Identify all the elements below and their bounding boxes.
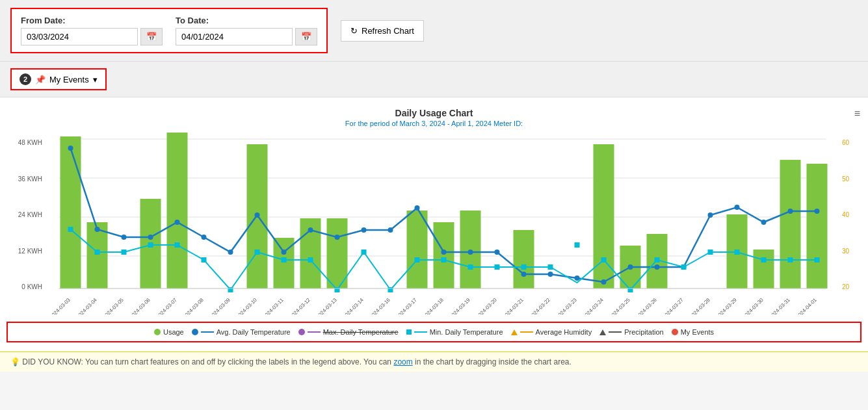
legend-my-events-label: My Events [681, 328, 714, 336]
calendar-icon: 📅 [146, 32, 157, 42]
legend-max-temp-dot [298, 329, 305, 335]
svg-text:2024-03-23: 2024-03-23 [555, 297, 579, 314]
events-badge: 2 [20, 73, 31, 85]
avg-temp-dot-6 [228, 250, 233, 255]
avg-temp-dot-24 [708, 212, 713, 218]
min-temp-sq-22 [655, 257, 660, 263]
y-axis-right: 20 30 40 50 60 [842, 139, 861, 290]
min-temp-sq-8 [282, 257, 287, 263]
min-temp-sq-28 [815, 257, 820, 263]
zoom-link[interactable]: zoom [393, 357, 412, 366]
did-you-know-text: DID YOU KNOW: You can turn chart feature… [22, 357, 393, 366]
x-axis-labels: 2024-03-03 2024-03-04 2024-03-05 2024-03… [49, 297, 819, 314]
min-temp-sq-6 [228, 287, 233, 292]
avg-temp-dot-14 [441, 250, 447, 255]
from-date-label: From Date: [21, 16, 163, 25]
avg-temp-dot-4 [175, 220, 180, 225]
legend-min-temp-line [414, 331, 427, 333]
svg-text:2024-03-30: 2024-03-30 [742, 297, 765, 314]
chart-legend: Usage Avg. Daily Temperature Max. Daily … [7, 322, 861, 342]
legend-avg-humidity-line [520, 331, 533, 333]
legend-precipitation-triangle [599, 329, 606, 335]
bar-26 [754, 250, 774, 288]
from-date-calendar-button[interactable]: 📅 [140, 28, 163, 45]
to-date-input[interactable] [176, 28, 293, 45]
to-date-label: To Date: [176, 16, 317, 25]
avg-temp-dot-18 [548, 272, 553, 277]
svg-text:2024-03-04: 2024-03-04 [75, 297, 99, 314]
top-bar: From Date: 📅 To Date: 📅 ↻ Refresh Chart [0, 0, 868, 62]
did-you-know-bar: 💡 DID YOU KNOW: You can turn chart featu… [0, 352, 868, 372]
legend-my-events[interactable]: My Events [672, 328, 714, 336]
avg-temp-dot-12 [388, 227, 393, 233]
legend-usage-dot [154, 329, 161, 335]
avg-temp-dot-22 [655, 264, 660, 270]
min-temp-sq-25 [735, 250, 740, 255]
min-temp-sq-7 [255, 250, 260, 255]
min-temp-sq-0 [68, 227, 73, 232]
did-you-know-text-end: in the chart by dragging inside the char… [413, 357, 572, 366]
svg-text:2024-03-22: 2024-03-22 [529, 297, 552, 314]
min-temp-sq-21 [628, 287, 633, 292]
to-date-group: To Date: 📅 [176, 16, 317, 45]
avg-temp-dot-19 [575, 275, 580, 281]
min-temp-sq-27 [788, 257, 793, 263]
calendar-icon: 📅 [301, 32, 311, 42]
legend-avg-humidity-triangle [511, 329, 518, 335]
svg-text:2024-03-29: 2024-03-29 [715, 297, 739, 314]
avg-temp-dot-0 [68, 146, 73, 151]
refresh-icon: ↻ [350, 26, 358, 36]
svg-text:2024-03-21: 2024-03-21 [502, 297, 525, 314]
avg-temp-dot-20 [601, 279, 607, 285]
legend-avg-temp-label: Avg. Daily Temperature [217, 328, 291, 336]
legend-max-temp[interactable]: Max. Daily Temperature [298, 328, 399, 336]
y-axis-left: 0 KWH 12 KWH 24 KWH 36 KWH 48 KWH [7, 139, 42, 290]
min-temp-sq-23 [681, 264, 687, 270]
avg-temp-dot-5 [202, 235, 207, 240]
svg-text:2024-03-12: 2024-03-12 [289, 297, 312, 314]
min-temp-sq-5 [202, 257, 207, 263]
bar-0 [60, 136, 81, 288]
date-section: From Date: 📅 To Date: 📅 [10, 8, 328, 53]
min-temp-sq-12 [388, 287, 393, 292]
events-bar: 2 📌 My Events ▾ [0, 62, 868, 97]
refresh-chart-button[interactable]: ↻ Refresh Chart [341, 20, 424, 42]
avg-temp-dot-17 [521, 272, 527, 277]
to-date-calendar-button[interactable]: 📅 [295, 28, 317, 45]
legend-precipitation[interactable]: Precipitation [599, 328, 664, 336]
legend-max-temp-label: Max. Daily Temperature [323, 328, 399, 336]
avg-temp-dot-15 [468, 250, 473, 255]
avg-temp-dot-8 [282, 250, 287, 255]
from-date-group: From Date: 📅 [21, 16, 163, 45]
legend-max-temp-line [308, 331, 321, 333]
svg-text:2024-03-09: 2024-03-09 [209, 297, 232, 314]
bar-17 [514, 230, 534, 288]
min-temp-sq-9 [308, 257, 313, 263]
legend-avg-temp[interactable]: Avg. Daily Temperature [192, 328, 291, 336]
svg-text:2024-03-25: 2024-03-25 [609, 297, 632, 314]
legend-usage[interactable]: Usage [154, 328, 184, 336]
svg-text:2024-03-03: 2024-03-03 [49, 297, 72, 314]
avg-temp-dot-25 [735, 205, 740, 210]
chart-menu-icon[interactable]: ≡ [854, 108, 860, 120]
avg-temp-dot-13 [415, 205, 420, 211]
svg-text:2024-04-01: 2024-04-01 [795, 297, 819, 314]
legend-avg-temp-dot [192, 329, 198, 335]
refresh-chart-label: Refresh Chart [362, 26, 414, 36]
bar-4 [167, 133, 188, 288]
avg-temp-dot-9 [308, 227, 313, 233]
min-temp-sq-2 [122, 250, 127, 255]
bar-28 [807, 164, 828, 288]
svg-text:2024-03-26: 2024-03-26 [635, 297, 659, 314]
from-date-input[interactable] [21, 28, 138, 45]
avg-temp-dot-26 [761, 220, 767, 225]
legend-avg-humidity[interactable]: Average Humidity [511, 328, 592, 336]
bar-27 [780, 160, 801, 288]
svg-text:2024-03-06: 2024-03-06 [129, 297, 152, 314]
svg-text:2024-03-10: 2024-03-10 [235, 297, 259, 314]
legend-min-temp[interactable]: Min. Daily Temperature [406, 328, 503, 336]
min-temp-sq-20 [601, 257, 607, 263]
svg-text:2024-03-05: 2024-03-05 [102, 297, 125, 314]
my-events-button[interactable]: 2 📌 My Events ▾ [10, 68, 107, 90]
min-temp-sq-24 [708, 250, 713, 255]
